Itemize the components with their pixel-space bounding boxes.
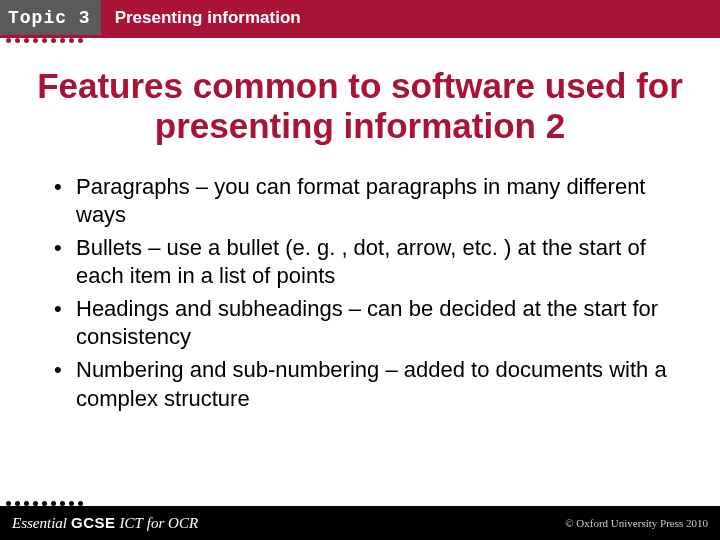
brand-gcse: GCSE <box>71 514 116 531</box>
bullet-list: Paragraphs – you can format paragraphs i… <box>50 173 670 414</box>
list-item: Headings and subheadings – can be decide… <box>50 295 670 352</box>
list-item: Bullets – use a bullet (e. g. , dot, arr… <box>50 234 670 291</box>
header-bar: Topic 3 Presenting information <box>0 0 720 38</box>
brand-ict: ICT <box>120 515 143 532</box>
topic-tab: Topic 3 <box>0 0 101 35</box>
header-title: Presenting information <box>115 8 301 28</box>
footer-copyright: © Oxford University Press 2010 <box>565 517 708 529</box>
brand-essential: Essential <box>12 515 67 532</box>
footer-brand: Essential GCSE ICT for OCR <box>12 514 198 532</box>
list-item: Numbering and sub-numbering – added to d… <box>50 356 670 413</box>
decorative-dots-top <box>6 38 83 43</box>
topic-label: Topic 3 <box>8 8 91 28</box>
footer-bar: Essential GCSE ICT for OCR © Oxford Univ… <box>0 506 720 540</box>
brand-for: for OCR <box>147 515 198 532</box>
list-item: Paragraphs – you can format paragraphs i… <box>50 173 670 230</box>
slide-title: Features common to software used for pre… <box>0 66 720 147</box>
